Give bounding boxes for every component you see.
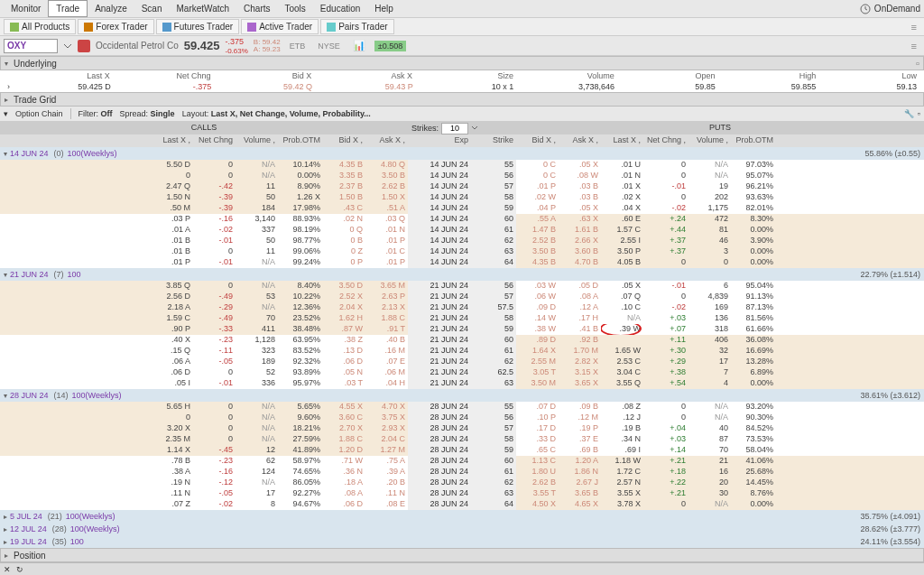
put-cell: .01 U <box>601 160 643 171</box>
option-row[interactable]: 1.50 N-.39501.26 X1.50 B1.50 X14 JUN 245… <box>0 192 924 203</box>
sub-tab-futures-trader[interactable]: Futures Trader <box>156 19 240 34</box>
option-row[interactable]: .05 I-.0133695.97%.03 T.04 H21 JUN 24633… <box>0 378 924 389</box>
strikes-select[interactable] <box>441 123 468 134</box>
sub-tab-active-trader[interactable]: Active Trader <box>241 19 319 34</box>
option-row[interactable]: .06 D05293.89%.05 N.06 M21 JUN 2462.53.0… <box>0 367 924 378</box>
option-row[interactable]: 2.35 M0N/A27.59%1.88 C2.04 C28 JUN 2458.… <box>0 434 924 445</box>
option-row[interactable]: 2.47 Q-.42118.90%2.37 B2.62 B14 JUN 2457… <box>0 181 924 192</box>
trade-grid-header[interactable]: ▸ Trade Grid <box>0 92 924 107</box>
detach-icon[interactable]: ▫ <box>918 109 920 118</box>
expiration-bar-collapsed[interactable]: ▸12 JUL 24(28)100 (Weeklys)28.62% (±3.77… <box>0 523 924 535</box>
lock-icon[interactable] <box>78 40 90 52</box>
option-row[interactable]: .03 P-.163,14088.93%.02 N.03 Q14 JUN 246… <box>0 214 924 225</box>
chart-icon[interactable]: 📊 <box>349 39 369 52</box>
ondemand-button[interactable]: OnDemand <box>860 4 920 14</box>
option-row[interactable]: .15 Q-.1132383.52%.13 D.16 M21 JUN 24611… <box>0 346 924 357</box>
menu-marketwatch[interactable]: MarketWatch <box>170 1 237 16</box>
bottom-tab[interactable]: ✕ <box>4 565 11 574</box>
col-header: Low <box>823 70 924 81</box>
wrench-icon[interactable]: 🔧 <box>904 109 914 118</box>
menu-monitor[interactable]: Monitor <box>4 1 48 16</box>
filter-value[interactable]: Off <box>101 109 113 118</box>
menu-trade[interactable]: Trade <box>48 0 88 17</box>
put-cell: +.18 <box>643 467 688 478</box>
col-header[interactable]: Prob.OTM , <box>731 134 776 147</box>
col-header[interactable]: Strike <box>471 134 516 147</box>
option-row[interactable]: 2.18 A-.29N/A12.36%2.04 X2.13 X21 JUN 24… <box>0 302 924 313</box>
settings-icon[interactable]: ≡ <box>908 22 920 32</box>
bottom-tab[interactable]: ↻ <box>16 565 23 574</box>
col-header[interactable]: Bid X , <box>323 134 365 147</box>
option-row[interactable]: .78 B-.236258.97%.71 W.75 A28 JUN 24601.… <box>0 456 924 467</box>
detach-icon[interactable]: ▫ <box>916 58 919 69</box>
sub-tab-forex-trader[interactable]: Forex Trader <box>78 19 153 34</box>
col-header[interactable]: Ask X , <box>365 134 408 147</box>
position-section-header[interactable]: ▸ Position <box>0 548 924 562</box>
option-row[interactable]: 5.50 D0N/A10.14%4.35 B4.80 Q14 JUN 24550… <box>0 160 924 171</box>
expiration-bar[interactable]: ▾14 JUN 24(0)100 (Weeklys)55.86% (±0.55) <box>0 147 924 160</box>
option-row[interactable]: 3.20 X0N/A18.21%2.70 X2.93 X28 JUN 2457.… <box>0 423 924 434</box>
expiration-bar[interactable]: ▾21 JUN 24(7)100 22.79% (±1.514) <box>0 268 924 281</box>
expiration-bar-collapsed[interactable]: ▸19 JUL 24(35)100 24.11% (±3.554) <box>0 535 924 548</box>
option-row[interactable]: 00N/A9.60%3.60 C3.75 X28 JUN 2456.10 P.1… <box>0 413 924 423</box>
spread-value[interactable]: Single <box>151 109 175 118</box>
option-row[interactable]: 3.85 Q0N/A8.40%3.50 D3.65 M21 JUN 2456.0… <box>0 281 924 292</box>
option-row[interactable]: .90 P-.3341138.48%.87 W.91 T21 JUN 2459.… <box>0 324 924 335</box>
menu-charts[interactable]: Charts <box>236 1 277 16</box>
expiration-bar[interactable]: ▾28 JUN 24(14)100 (Weeklys)38.61% (±3.61… <box>0 389 924 402</box>
option-row[interactable]: .01 B01199.06%0 Z.01 C14 JUN 24633.50 B3… <box>0 246 924 257</box>
strike-cell: 60 <box>471 335 516 346</box>
col-header[interactable]: Net Chng , <box>643 134 688 147</box>
menu-scan[interactable]: Scan <box>134 1 170 16</box>
option-row[interactable]: .01 B-.015098.77%0 B.01 P14 JUN 24622.52… <box>0 236 924 246</box>
call-cell: .18 A <box>323 478 365 488</box>
option-row[interactable]: .40 X-.231,12863.95%.38 Z.40 B21 JUN 246… <box>0 335 924 346</box>
col-header[interactable]: Last X , <box>601 134 643 147</box>
sub-tab-pairs-trader[interactable]: Pairs Trader <box>320 19 393 34</box>
col-header[interactable]: Bid X , <box>516 134 559 147</box>
col-header[interactable]: Volume , <box>688 134 731 147</box>
option-row[interactable]: 2.56 D-.495310.22%2.52 X2.63 P21 JUN 245… <box>0 292 924 302</box>
dropdown-icon[interactable] <box>471 125 478 132</box>
col-header[interactable]: Ask X , <box>559 134 601 147</box>
option-row[interactable]: .06 A-.0518992.32%.06 D.07 E21 JUN 24622… <box>0 357 924 367</box>
put-cell: .04 P <box>516 203 559 214</box>
strike-cell: 59 <box>471 324 516 335</box>
option-row[interactable]: .19 N-.12N/A86.05%.18 A.20 B28 JUN 24622… <box>0 478 924 488</box>
menu-help[interactable]: Help <box>367 1 401 16</box>
option-row[interactable]: 1.14 X-.451241.89%1.20 D1.27 M28 JUN 245… <box>0 445 924 456</box>
call-cell: 1.27 M <box>365 445 408 456</box>
option-row[interactable]: .01 A-.0233798.19%0 Q.01 N14 JUN 24611.4… <box>0 225 924 236</box>
option-row[interactable]: 1.59 C-.497023.52%1.62 H1.88 C21 JUN 245… <box>0 313 924 324</box>
layout-value[interactable]: Last X, Net Change, Volume, Probability.… <box>211 109 371 118</box>
call-cell: N/A <box>236 160 278 171</box>
col-header[interactable]: Prob.OTM , <box>278 134 323 147</box>
col-header[interactable]: Exp <box>408 134 471 147</box>
symbol-input[interactable] <box>4 39 58 53</box>
menu-education[interactable]: Education <box>313 1 367 16</box>
col-header[interactable]: Last X , <box>151 134 193 147</box>
call-cell: 98.19% <box>278 225 323 236</box>
option-row[interactable]: .07 Z-.02894.67%.06 D.08 E28 JUN 24644.5… <box>0 499 924 510</box>
call-cell: .01 B <box>151 246 193 257</box>
option-row[interactable]: .11 N-.051792.27%.08 A.11 N28 JUN 24633.… <box>0 488 924 499</box>
option-row[interactable]: 00N/A0.00%3.35 B3.50 B14 JUN 24560 C.08 … <box>0 171 924 181</box>
call-cell: 336 <box>236 378 278 389</box>
option-row[interactable]: 5.65 H0N/A5.65%4.55 X4.70 X28 JUN 2455.0… <box>0 402 924 413</box>
option-row[interactable]: .38 A-.1612474.65%.36 N.39 A28 JUN 24611… <box>0 467 924 478</box>
call-cell: .11 N <box>151 488 193 499</box>
col-header[interactable]: Volume , <box>236 134 278 147</box>
menu-analyze[interactable]: Analyze <box>88 1 134 16</box>
menu-icon[interactable]: ≡ <box>908 41 920 51</box>
call-cell: 5.65 H <box>151 402 193 413</box>
menu-tools[interactable]: Tools <box>277 1 312 16</box>
option-row[interactable]: .01 P-.01N/A99.24%0 P.01 P14 JUN 24644.3… <box>0 257 924 268</box>
dropdown-icon[interactable] <box>63 42 72 51</box>
sub-tab-all-products[interactable]: All Products <box>4 19 76 34</box>
call-cell: .03 Q <box>365 214 408 225</box>
underlying-section-header[interactable]: ▾ Underlying ▫ <box>0 56 924 70</box>
option-row[interactable]: .50 M-.3918417.98%.43 C.51 A14 JUN 2459.… <box>0 203 924 214</box>
expiration-bar-collapsed[interactable]: ▸5 JUL 24(21)100 (Weeklys)35.75% (±4.091… <box>0 510 924 523</box>
col-header[interactable]: Net Chng , <box>193 134 236 147</box>
expand-icon[interactable]: › <box>0 81 17 92</box>
